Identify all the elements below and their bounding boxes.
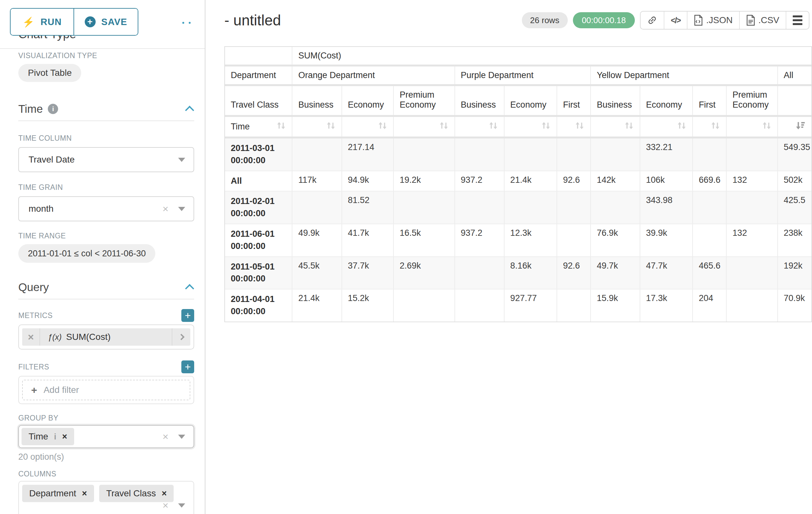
menu-icon <box>793 16 802 25</box>
pivot-value-cell: 106k <box>640 171 693 191</box>
save-button[interactable]: + SAVE <box>74 9 138 35</box>
row-label: All <box>225 171 292 191</box>
query-section-header[interactable]: Query <box>18 281 194 294</box>
column-sort-header[interactable] <box>590 116 640 137</box>
expand-metric-button[interactable] <box>172 328 190 346</box>
sort-toggle-icon[interactable] <box>677 121 687 132</box>
pivot-value-cell: 669.6 <box>693 171 726 191</box>
row-dim-sort-header[interactable]: Time <box>225 116 292 137</box>
code-icon: </> <box>671 16 680 25</box>
add-metric-button[interactable]: + <box>181 309 194 322</box>
columns-tag[interactable]: Department × <box>22 485 94 502</box>
sort-toggle-icon[interactable] <box>624 121 634 132</box>
chart-title[interactable]: - untitled <box>224 11 281 29</box>
pivot-value-cell: 76.9k <box>590 224 640 257</box>
plus-icon: + <box>31 384 37 396</box>
column-sort-header[interactable] <box>394 116 455 137</box>
chevron-up-icon[interactable] <box>185 284 194 293</box>
sort-toggle-icon[interactable] <box>762 121 772 132</box>
time-grain-select[interactable]: month × <box>18 196 194 221</box>
caret-down-icon[interactable] <box>178 207 185 211</box>
pivot-value-cell: 41.7k <box>342 224 394 257</box>
pivot-table-container: SUM(Cost)DepartmentOrange DepartmentPurp… <box>224 46 812 322</box>
pivot-value-cell <box>726 289 777 322</box>
time-section-header[interactable]: Time i <box>18 103 194 115</box>
share-link-button[interactable] <box>641 11 664 29</box>
pivot-value-cell: 238k <box>778 224 811 257</box>
visualization-type-label: VISUALIZATION TYPE <box>18 51 194 60</box>
sort-toggle-icon[interactable] <box>439 121 449 132</box>
pivot-value-cell <box>557 289 590 322</box>
department-group-header: Orange Department <box>292 65 455 85</box>
column-sort-header[interactable] <box>693 116 726 137</box>
time-column-select[interactable]: Travel Date <box>18 147 194 172</box>
chart-menu-button[interactable] <box>786 11 809 29</box>
column-sort-header[interactable] <box>342 116 394 137</box>
sort-toggle-icon[interactable] <box>276 121 286 132</box>
filters-container: + Add filter <box>18 376 194 404</box>
view-query-button[interactable]: </> <box>664 11 688 29</box>
corner-cell <box>225 47 292 65</box>
column-sort-header[interactable] <box>557 116 590 137</box>
column-sort-header[interactable] <box>504 116 557 137</box>
remove-tag-icon[interactable]: × <box>62 432 67 442</box>
pivot-value-cell: 47.7k <box>640 257 693 290</box>
row-label: 2011-05-01 00:00:00 <box>225 257 292 290</box>
caret-down-icon[interactable] <box>178 435 185 439</box>
plus-circle-icon: + <box>85 17 96 27</box>
sort-toggle-icon[interactable] <box>378 121 387 132</box>
add-filter-button[interactable]: + Add filter <box>22 380 190 400</box>
columns-select[interactable]: Department × Travel Class × × <box>18 481 194 514</box>
pivot-value-cell: 332.21 <box>640 137 693 171</box>
group-by-select[interactable]: Time i × × <box>18 425 194 448</box>
travel-class-header: Economy <box>504 85 557 116</box>
export-csv-button[interactable]: .CSV <box>740 11 786 29</box>
chevron-up-icon[interactable] <box>185 106 194 115</box>
pivot-value-cell <box>504 137 557 171</box>
pivot-value-cell <box>394 191 455 224</box>
pivot-value-cell <box>504 191 557 224</box>
sort-toggle-icon[interactable] <box>326 121 336 132</box>
pivot-value-cell: 465.6 <box>693 257 726 290</box>
sort-toggle-icon[interactable] <box>489 121 498 132</box>
export-json-button[interactable]: .JSON <box>688 11 740 29</box>
sort-toggle-icon[interactable] <box>541 121 551 132</box>
query-section-title: Query <box>18 281 49 294</box>
remove-tag-icon[interactable]: × <box>162 489 167 498</box>
caret-down-icon[interactable] <box>178 158 185 162</box>
pivot-value-cell: 17.3k <box>640 289 693 322</box>
column-sort-header[interactable] <box>726 116 777 137</box>
clear-icon[interactable]: × <box>163 204 169 214</box>
sort-toggle-icon[interactable] <box>575 121 584 132</box>
remove-tag-icon[interactable]: × <box>82 489 87 498</box>
metric-item[interactable]: × ƒ(x) SUM(Cost) <box>22 328 190 346</box>
remove-metric-icon[interactable]: × <box>22 328 40 346</box>
sort-descending-icon[interactable] <box>795 121 806 133</box>
visualization-type-pill[interactable]: Pivot Table <box>18 64 81 82</box>
clear-icon[interactable]: × <box>163 431 169 442</box>
add-filter-plus-button[interactable]: + <box>181 360 194 373</box>
pivot-data-row: 2011-03-01 00:00:00217.14332.21549.35 <box>225 137 811 171</box>
pivot-value-cell <box>557 191 590 224</box>
run-button[interactable]: ⚡ RUN <box>10 9 74 35</box>
panel-drag-handle[interactable] <box>182 22 191 24</box>
pivot-table: SUM(Cost)DepartmentOrange DepartmentPurp… <box>225 47 811 322</box>
pivot-data-row: 2011-04-01 00:00:0021.4k15.2k927.7715.9k… <box>225 289 811 322</box>
clear-icon[interactable]: × <box>163 500 169 511</box>
group-by-tag[interactable]: Time i × <box>22 428 74 445</box>
column-sort-header[interactable] <box>778 116 811 137</box>
caret-down-icon[interactable] <box>178 504 185 508</box>
column-sort-header[interactable] <box>455 116 504 137</box>
time-range-pill[interactable]: 2011-01-01 ≤ col < 2011-06-30 <box>18 244 155 263</box>
pivot-value-cell <box>726 191 777 224</box>
row-label: 2011-03-01 00:00:00 <box>225 137 292 171</box>
pivot-value-cell: 204 <box>693 289 726 322</box>
column-sort-header[interactable] <box>640 116 693 137</box>
column-sort-header[interactable] <box>292 116 342 137</box>
department-dim-label: Department <box>225 65 292 85</box>
sort-toggle-icon[interactable] <box>710 121 720 132</box>
chevron-right-icon <box>178 334 184 340</box>
pivot-value-cell: 94.9k <box>342 171 394 191</box>
pivot-value-cell <box>455 137 504 171</box>
pivot-value-cell <box>693 191 726 224</box>
